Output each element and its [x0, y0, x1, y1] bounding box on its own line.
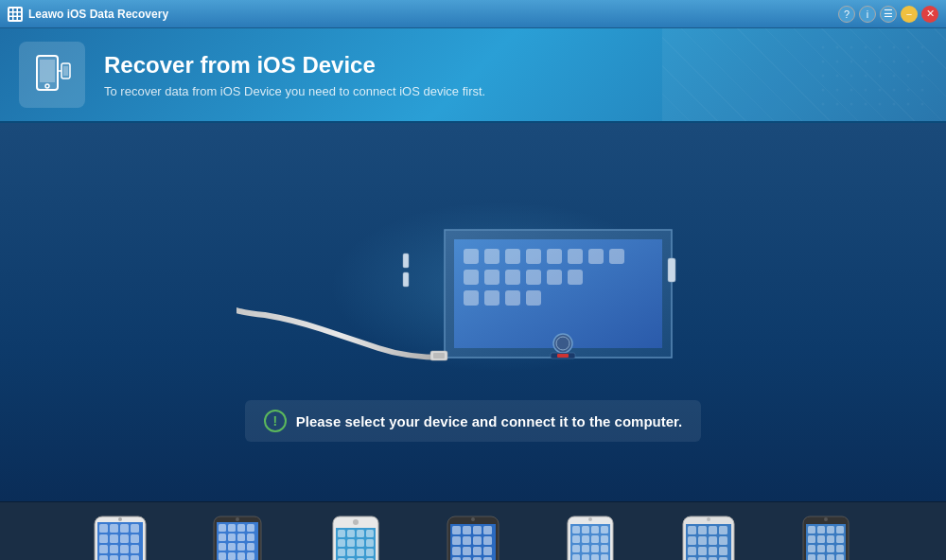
svg-point-38	[893, 89, 896, 92]
svg-rect-53	[63, 66, 68, 76]
device-item-iphonese[interactable]: iPhone SE	[310, 515, 400, 560]
svg-point-20	[865, 61, 867, 63]
svg-rect-200	[601, 526, 608, 534]
svg-rect-236	[719, 547, 727, 555]
svg-point-25	[822, 75, 825, 78]
svg-rect-211	[591, 554, 599, 560]
svg-point-28	[865, 75, 867, 78]
minimize-button[interactable]: −	[901, 6, 918, 23]
svg-rect-76	[668, 258, 675, 282]
svg-rect-206	[582, 545, 589, 552]
svg-point-41	[822, 103, 825, 106]
svg-rect-61	[568, 249, 583, 264]
device-item-iphone6plus[interactable]: iPhone 6 Plus	[663, 515, 753, 560]
svg-point-40	[921, 89, 924, 92]
menu-button[interactable]: ☰	[880, 6, 897, 23]
svg-rect-173	[452, 536, 461, 545]
header-icon-box	[19, 42, 85, 108]
svg-point-47	[907, 103, 910, 106]
svg-rect-235	[709, 547, 717, 555]
svg-rect-172	[483, 526, 492, 534]
svg-rect-56	[464, 249, 479, 264]
svg-rect-204	[601, 535, 608, 543]
svg-rect-201	[572, 535, 580, 543]
svg-point-13	[879, 46, 882, 49]
svg-rect-151	[357, 549, 364, 556]
svg-rect-212	[601, 554, 608, 560]
info-button[interactable]: i	[859, 6, 876, 23]
svg-rect-203	[591, 535, 599, 543]
svg-point-222	[588, 517, 592, 521]
titlebar-controls: ? i ☰ − ✕	[838, 6, 938, 23]
svg-rect-63	[609, 249, 624, 264]
svg-rect-149	[338, 549, 345, 556]
svg-point-250	[707, 517, 710, 521]
svg-point-42	[836, 103, 839, 106]
svg-rect-225	[688, 526, 696, 534]
svg-point-12	[865, 46, 867, 49]
device-item-iphone7plus[interactable]: iPhone 7 Plus	[76, 515, 166, 560]
svg-rect-128	[247, 552, 254, 560]
svg-rect-90	[110, 534, 118, 543]
svg-point-15	[907, 46, 910, 49]
svg-rect-59	[526, 249, 541, 264]
svg-rect-197	[572, 526, 580, 534]
svg-rect-96	[131, 545, 139, 553]
svg-rect-198	[582, 526, 589, 534]
iphone6plus-image	[679, 515, 738, 560]
device-illustration	[236, 183, 710, 391]
iphone6s-image	[561, 515, 620, 560]
svg-rect-117	[219, 534, 226, 541]
svg-rect-94	[110, 545, 118, 553]
svg-rect-98	[110, 555, 118, 560]
svg-rect-95	[120, 545, 129, 553]
svg-point-17	[822, 61, 825, 63]
svg-rect-254	[817, 526, 825, 534]
svg-rect-64	[464, 270, 479, 285]
svg-point-278	[824, 517, 828, 521]
svg-point-44	[865, 103, 867, 106]
svg-rect-71	[484, 290, 499, 306]
iphone6-image	[797, 515, 855, 560]
svg-point-23	[907, 61, 910, 63]
svg-point-22	[893, 61, 896, 63]
svg-rect-147	[357, 539, 364, 547]
svg-rect-144	[366, 530, 374, 537]
svg-point-9	[822, 46, 825, 49]
svg-rect-262	[817, 545, 825, 552]
device-item-iphone6[interactable]: iPhone 6	[780, 515, 870, 560]
help-button[interactable]: ?	[838, 6, 855, 23]
svg-rect-175	[473, 536, 482, 545]
svg-rect-145	[338, 539, 345, 547]
svg-rect-143	[357, 530, 364, 537]
warning-message: ! Please select your device and connect …	[245, 400, 701, 442]
svg-rect-210	[582, 554, 589, 560]
svg-rect-257	[808, 535, 815, 543]
svg-rect-80	[557, 354, 569, 358]
svg-rect-114	[228, 524, 236, 532]
svg-rect-125	[219, 552, 226, 560]
device-item-iphone6s[interactable]: iPhone 6s	[546, 515, 636, 560]
device-item-iphone6splus[interactable]: iPhone 6s Plus	[428, 515, 517, 560]
svg-point-10	[836, 46, 839, 49]
svg-rect-261	[808, 545, 815, 552]
device-item-iphone7[interactable]: iPhone 7	[193, 515, 283, 560]
header-subtitle: To recover data from iOS Device you need…	[104, 84, 485, 98]
svg-point-18	[836, 61, 839, 63]
svg-point-27	[850, 75, 853, 78]
svg-rect-77	[403, 254, 409, 268]
iphonese-image	[326, 515, 385, 560]
svg-rect-6	[9, 17, 12, 20]
svg-rect-119	[237, 534, 245, 541]
svg-rect-93	[99, 545, 108, 553]
close-button[interactable]: ✕	[921, 6, 938, 23]
svg-rect-202	[582, 535, 589, 543]
svg-rect-73	[526, 290, 541, 306]
svg-point-46	[893, 103, 896, 106]
svg-rect-124	[247, 543, 254, 551]
svg-rect-228	[719, 526, 727, 534]
svg-rect-8	[18, 17, 21, 20]
svg-point-24	[921, 61, 924, 63]
svg-point-39	[907, 89, 910, 92]
svg-rect-99	[120, 555, 129, 560]
